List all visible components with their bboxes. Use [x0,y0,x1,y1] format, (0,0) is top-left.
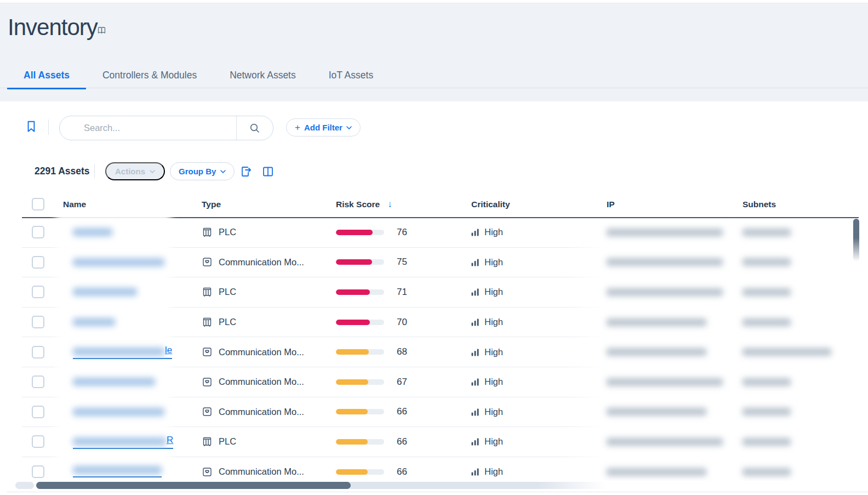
page-title: Inventory [8,14,98,41]
asset-name-cell[interactable]: R [63,435,202,449]
row-checkbox[interactable] [32,226,44,238]
tab-network-assets[interactable]: Network Assets [213,62,312,88]
criticality-bars-icon [471,378,479,386]
row-checkbox[interactable] [32,286,44,298]
criticality-label: High [484,347,503,357]
communication-module-icon [202,346,213,357]
asset-type-label: PLC [219,317,236,327]
criticality-bars-icon [471,258,479,266]
risk-score-value: 70 [397,317,407,328]
row-checkbox[interactable] [32,316,44,328]
column-header-subnets[interactable]: Subnets [743,200,859,209]
select-all-checkbox[interactable] [32,198,44,210]
risk-score-bar-fill [336,230,373,235]
risk-score-bar-fill [336,439,368,445]
redacted-asset-name [73,437,166,446]
risk-score-bar [336,289,384,295]
criticality-bars-icon [471,468,479,476]
column-header-ip[interactable]: IP [607,200,743,209]
chevron-down-icon [346,126,352,129]
row-checkbox[interactable] [32,346,44,359]
saved-filters-bookmark-icon[interactable] [24,120,39,135]
risk-score-bar [336,379,384,385]
criticality-bars-icon [471,437,479,446]
asset-name-cell[interactable] [63,288,202,296]
search-input[interactable] [83,122,236,134]
risk-score-bar-fill [336,349,369,355]
actions-button-disabled[interactable]: Actions [105,162,165,180]
tab-all-assets[interactable]: All Assets [7,62,86,89]
add-filter-button[interactable]: + Add Filter [286,118,361,136]
redacted-ip [607,438,723,446]
redacted-subnet [743,378,791,386]
criticality-label: High [484,377,503,387]
criticality-label: High [484,407,503,417]
vertical-scrollbar-thumb[interactable] [853,219,859,261]
row-checkbox[interactable] [32,406,44,418]
redacted-ip [607,408,706,416]
group-by-label: Group By [179,167,216,176]
risk-score-bar-fill [336,289,370,295]
redacted-ip [607,288,723,296]
risk-score-value: 71 [397,287,407,298]
risk-score-bar [336,259,384,265]
risk-score-value: 66 [397,466,407,477]
asset-name-cell[interactable] [63,408,202,416]
tab-iot-assets[interactable]: IoT Assets [312,62,390,88]
asset-type-label: Communication Mo... [219,466,304,477]
manage-columns-icon[interactable] [261,165,275,178]
asset-type-label: PLC [219,436,236,447]
criticality-bars-icon [471,348,479,356]
asset-name-link-tail[interactable]: R [167,435,173,446]
asset-name-cell[interactable] [63,378,202,386]
risk-score-bar-fill [336,469,368,475]
criticality-label: High [484,317,503,327]
asset-count: 2291 Assets [35,166,90,177]
horizontal-scrollbar-thumb[interactable] [36,482,351,489]
group-by-button[interactable]: Group By [170,162,235,180]
row-checkbox[interactable] [32,256,44,269]
redacted-subnet [743,408,791,416]
documentation-book-icon[interactable] [97,26,106,35]
asset-type-label: Communication Mo... [219,407,304,417]
export-icon[interactable] [239,165,253,178]
criticality-bars-icon [471,318,479,326]
plc-icon [202,227,213,238]
tab-controllers-modules[interactable]: Controllers & Modules [86,62,213,88]
asset-name-cell[interactable] [63,466,202,477]
column-header-name[interactable]: Name [63,200,202,209]
risk-score-bar [336,320,384,325]
plc-icon [202,287,213,298]
card-bottom-border [7,492,868,492]
redacted-ip [607,318,706,326]
toolbar-divider [48,120,49,135]
communication-module-icon [202,466,213,477]
redacted-asset-name [73,466,162,474]
row-checkbox[interactable] [32,375,44,388]
chevron-down-icon [150,170,155,173]
row-checkbox[interactable] [32,435,44,448]
asset-name-link-tail[interactable]: le [165,345,172,356]
column-header-risk-score[interactable]: Risk Score ↓ [336,199,471,210]
horizontal-scrollbar-left-cap[interactable] [15,482,34,489]
row-checkbox[interactable] [32,465,44,478]
asset-name-cell[interactable]: le [63,345,202,359]
risk-score-bar-fill [336,379,368,385]
plus-icon: + [295,122,300,133]
sort-descending-arrow-icon[interactable]: ↓ [387,199,392,210]
redacted-asset-name [73,228,112,236]
redacted-asset-name [73,348,164,356]
column-header-type[interactable]: Type [202,200,336,209]
asset-type-label: Communication Mo... [219,377,304,387]
asset-name-cell[interactable] [63,258,202,266]
communication-module-icon [202,377,213,388]
search-icon[interactable] [237,116,273,140]
asset-type-label: PLC [219,227,236,237]
redacted-ip [607,378,723,386]
plc-icon [202,317,213,328]
risk-score-bar-fill [336,259,372,265]
criticality-bars-icon [471,228,479,236]
criticality-label: High [484,227,503,237]
risk-score-bar [336,409,384,414]
column-header-criticality[interactable]: Criticality [471,200,607,209]
